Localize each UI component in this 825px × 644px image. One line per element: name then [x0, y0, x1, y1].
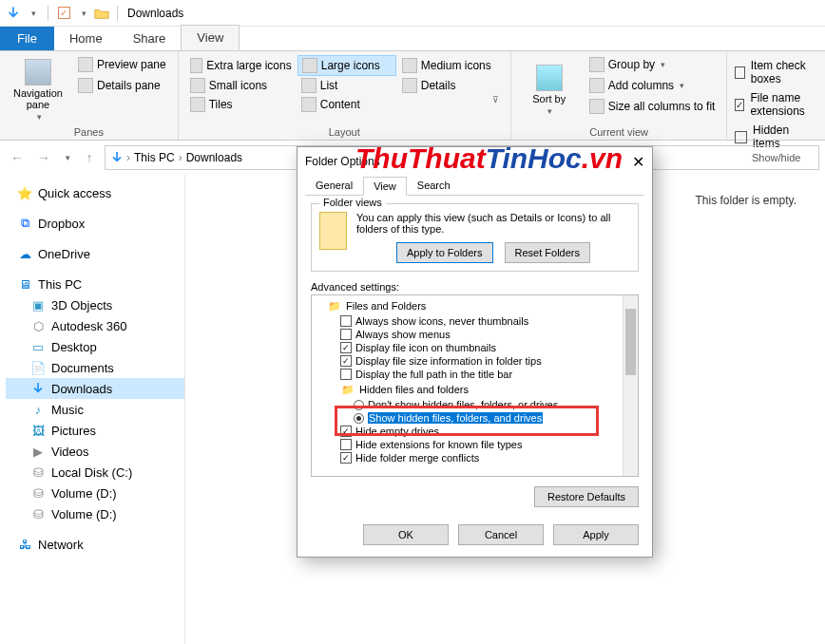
sidebar-autodesk[interactable]: ⬡Autodesk 360	[6, 315, 184, 336]
back-button[interactable]: ←	[6, 146, 29, 169]
ribbon-group-layout: Extra large icons Large icons Medium ico…	[179, 51, 511, 140]
breadcrumb-this-pc[interactable]: This PC	[132, 151, 177, 164]
layout-tiles[interactable]: Tiles	[186, 95, 296, 114]
item-check-boxes-checkbox[interactable]: Item check boxes	[735, 59, 817, 85]
pc-icon: 🖥	[17, 276, 32, 292]
folder-views-text: You can apply this view (such as Details…	[356, 212, 630, 235]
videos-icon: ▶	[30, 444, 46, 459]
up-button[interactable]: ↑	[78, 146, 101, 169]
sidebar-this-pc[interactable]: 🖥This PC	[6, 274, 184, 294]
size-columns-icon	[589, 99, 604, 114]
opt-display-file-icon[interactable]: ✓Display file icon on thumbnails	[314, 341, 636, 354]
sidebar-downloads[interactable]: Downloads	[6, 378, 184, 399]
layout-small-icons[interactable]: Small icons	[186, 76, 296, 95]
advanced-scrollbar[interactable]	[623, 295, 638, 476]
recent-locations-button[interactable]: ▾	[59, 146, 74, 169]
view-tab[interactable]: View	[181, 25, 240, 50]
sidebar-pictures[interactable]: 🖼Pictures	[6, 420, 184, 441]
group-by-icon	[589, 57, 604, 72]
layout-content[interactable]: Content	[297, 95, 396, 114]
home-tab[interactable]: Home	[54, 27, 118, 50]
qat-dropdown2-icon[interactable]: ▾	[75, 6, 90, 21]
dialog-close-button[interactable]: ✕	[632, 153, 644, 171]
advanced-settings-tree[interactable]: 📁Files and Folders Always show icons, ne…	[311, 294, 639, 477]
forward-button[interactable]: →	[32, 146, 55, 169]
dialog-tab-search[interactable]: Search	[407, 176, 461, 195]
drive-icon: ⛁	[30, 464, 46, 480]
layout-more-icon[interactable]: ⊽	[492, 95, 499, 114]
reset-folders-button[interactable]: Reset Folders	[505, 242, 590, 263]
onedrive-icon: ☁	[17, 246, 32, 261]
drive-icon: ⛁	[30, 485, 46, 501]
navigation-sidebar: ⭐Quick access ⧉Dropbox ☁OneDrive 🖥This P…	[0, 175, 185, 644]
navigation-pane-button[interactable]: Navigation pane ▾	[8, 55, 68, 124]
ribbon-group-currentview: Sort by ▾ Group by▾ Add columns▾ Size al…	[511, 51, 728, 140]
cube-icon: ▣	[30, 297, 46, 313]
apply-to-folders-button[interactable]: Apply to Folders	[396, 242, 492, 263]
restore-defaults-button[interactable]: Restore Defaults	[534, 486, 639, 507]
down-arrow-icon[interactable]	[6, 6, 21, 21]
sidebar-network[interactable]: 🖧Network	[6, 534, 184, 555]
music-icon: ♪	[30, 402, 46, 417]
opt-always-show-icons[interactable]: Always show icons, never thumbnails	[314, 314, 636, 328]
tree-hidden-files-group[interactable]: 📁Hidden files and folders	[314, 381, 636, 398]
preview-pane-button[interactable]: Preview pane	[74, 55, 170, 74]
layout-medium-icons[interactable]: Medium icons	[398, 55, 503, 76]
add-columns-button[interactable]: Add columns▾	[585, 76, 719, 95]
sort-by-icon	[536, 65, 563, 91]
folder-views-fieldset: Folder views You can apply this view (su…	[311, 203, 639, 272]
tree-files-and-folders[interactable]: 📁Files and Folders	[314, 297, 636, 314]
down-arrow-crumb-icon	[109, 150, 125, 165]
sidebar-dropbox[interactable]: ⧉Dropbox	[6, 213, 184, 234]
opt-always-show-menus[interactable]: Always show menus	[314, 328, 636, 341]
size-columns-button[interactable]: Size all columns to fit	[585, 97, 719, 116]
opt-hide-merge-conflicts[interactable]: ✓Hide folder merge conflicts	[314, 451, 636, 464]
layout-extra-large-icons[interactable]: Extra large icons	[186, 55, 296, 76]
title-bar: ▾ ✓ ▾ Downloads	[0, 0, 825, 27]
preview-pane-icon	[78, 57, 93, 72]
empty-folder-message: This folder is empty.	[696, 194, 796, 207]
opt-show-hidden[interactable]: Show hidden files, folders, and drives	[314, 411, 636, 425]
dialog-tab-view[interactable]: View	[363, 177, 407, 196]
checkbox-icon[interactable]: ✓	[56, 6, 71, 21]
sidebar-3d-objects[interactable]: ▣3D Objects	[6, 294, 184, 315]
sidebar-music[interactable]: ♪Music	[6, 399, 184, 420]
sort-by-button[interactable]: Sort by ▾	[519, 55, 580, 124]
details-pane-icon	[78, 78, 93, 93]
folder-views-icon	[319, 212, 347, 250]
breadcrumb-downloads[interactable]: Downloads	[184, 151, 244, 164]
details-pane-button[interactable]: Details pane	[74, 76, 170, 95]
advanced-settings-label: Advanced settings:	[311, 281, 639, 293]
sidebar-volume-d1[interactable]: ⛁Volume (D:)	[6, 483, 184, 503]
network-icon: 🖧	[17, 537, 32, 552]
ribbon-group-showhide: Item check boxes ✓File name extensions H…	[727, 51, 825, 140]
layout-details[interactable]: Details	[398, 76, 503, 95]
layout-list[interactable]: List	[297, 76, 396, 95]
file-name-extensions-checkbox[interactable]: ✓File name extensions	[735, 91, 817, 118]
sidebar-desktop[interactable]: ▭Desktop	[6, 336, 184, 357]
opt-dont-show-hidden[interactable]: Don't show hidden files, folders, or dri…	[314, 398, 636, 411]
dialog-tab-general[interactable]: General	[305, 176, 363, 195]
apply-button[interactable]: Apply	[553, 524, 639, 545]
sidebar-volume-d2[interactable]: ⛁Volume (D:)	[6, 503, 184, 524]
folder-icon: 📁	[327, 298, 342, 313]
sidebar-videos[interactable]: ▶Videos	[6, 441, 184, 462]
opt-display-full-path[interactable]: Display the full path in the title bar	[314, 368, 636, 381]
ribbon: Navigation pane ▾ Preview pane Details p…	[0, 51, 825, 141]
ok-button[interactable]: OK	[363, 524, 449, 545]
sidebar-onedrive[interactable]: ☁OneDrive	[6, 243, 184, 264]
file-tab[interactable]: File	[0, 27, 54, 50]
opt-display-file-size[interactable]: ✓Display file size information in folder…	[314, 354, 636, 368]
group-by-button[interactable]: Group by▾	[585, 55, 719, 74]
opt-hide-empty-drives[interactable]: ✓Hide empty drives	[314, 425, 636, 438]
opt-hide-extensions[interactable]: Hide extensions for known file types	[314, 438, 636, 451]
sidebar-documents[interactable]: 📄Documents	[6, 357, 184, 378]
share-tab[interactable]: Share	[118, 27, 182, 50]
cancel-button[interactable]: Cancel	[458, 524, 544, 545]
sidebar-local-disk-c[interactable]: ⛁Local Disk (C:)	[6, 462, 184, 483]
folder-options-dialog: Folder Options ✕ General View Search Fol…	[297, 146, 653, 558]
qat-dropdown-icon[interactable]: ▾	[25, 6, 40, 21]
sidebar-quick-access[interactable]: ⭐Quick access	[6, 182, 184, 203]
layout-large-icons[interactable]: Large icons	[297, 55, 396, 76]
star-icon: ⭐	[17, 185, 32, 200]
